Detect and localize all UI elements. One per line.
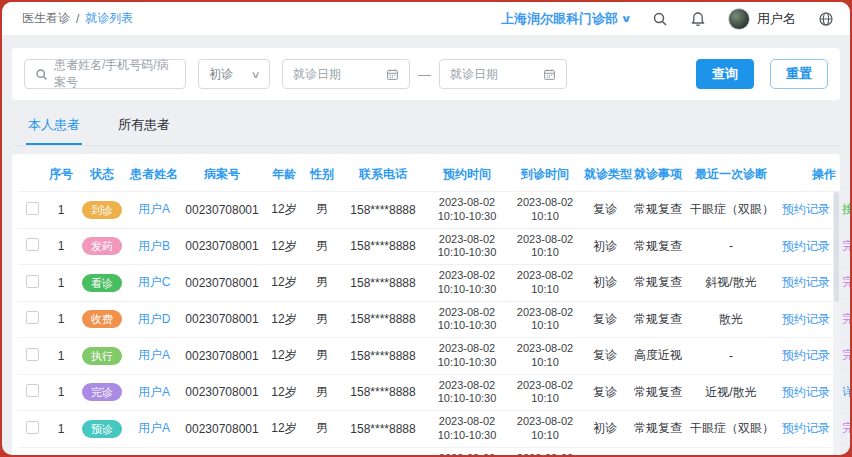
- appointment-record-link[interactable]: 预约记录: [782, 238, 830, 255]
- search-input[interactable]: 患者姓名/手机号码/病案号: [24, 59, 186, 89]
- cell-record-no: 00230708001: [180, 301, 264, 338]
- row-checkbox[interactable]: [26, 275, 39, 288]
- bell-icon[interactable]: [690, 11, 706, 27]
- clinic-selector[interactable]: 上海润尔眼科门诊部 ∨: [501, 10, 630, 28]
- cell-record-no: 00230708001: [180, 192, 264, 229]
- filter-buttons: 查询 重置: [696, 59, 828, 89]
- header-visit-type: 就诊类型: [582, 158, 628, 192]
- row-checkbox[interactable]: [26, 421, 39, 434]
- cell-visit-item: 常规复查: [628, 301, 688, 338]
- breadcrumb-current[interactable]: 就诊列表: [85, 10, 133, 27]
- table-row: 1 执行 用户A 00230708001 12岁 男 158****8888 2…: [18, 338, 850, 375]
- date-end-input[interactable]: 就诊日期: [439, 59, 567, 89]
- cell-seq: 1: [46, 338, 76, 375]
- cell-arrive-time: 2023-08-02 10:10: [508, 301, 582, 338]
- table-row: 1 预诊 用户A 00230708001 12岁 男 158****8888 2…: [18, 411, 850, 448]
- appointment-record-link[interactable]: 预约记录: [782, 274, 830, 291]
- appointment-record-link[interactable]: 预约记录: [782, 347, 830, 364]
- tab-my-patients[interactable]: 本人患者: [26, 104, 82, 145]
- cell-visit-type: 复诊: [582, 192, 628, 229]
- cell-visit-item: 常规复查: [628, 228, 688, 265]
- cell-record-no: 00230708001: [180, 447, 264, 455]
- header-patient-name: 患者姓名: [128, 158, 180, 192]
- search-button[interactable]: 查询: [696, 59, 754, 89]
- cell-arrive-time: 2023-08-02 10:10: [508, 228, 582, 265]
- cell-visit-type: 初诊: [582, 411, 628, 448]
- table-header-row: 序号 状态 患者姓名 病案号 年龄 性别 联系电话 预约时间 到诊时间 就诊类型…: [18, 158, 850, 192]
- patient-name-link[interactable]: 用户A: [138, 202, 170, 216]
- status-badge: 到诊: [82, 201, 122, 219]
- globe-icon[interactable]: [818, 11, 834, 27]
- scrollbar-thumb[interactable]: [834, 192, 839, 302]
- table-scrollbar[interactable]: [833, 190, 840, 455]
- tab-all-patients[interactable]: 所有患者: [116, 104, 172, 145]
- app-window: 医生看诊 / 就诊列表 上海润尔眼科门诊部 ∨ 用户名: [2, 2, 850, 455]
- row-checkbox[interactable]: [26, 348, 39, 361]
- patient-name-link[interactable]: 用户A: [138, 421, 170, 435]
- row-checkbox[interactable]: [26, 238, 39, 251]
- patient-name-link[interactable]: 用户A: [138, 385, 170, 399]
- cell-last-diagnosis: -: [688, 338, 774, 375]
- cell-visit-item: 高度近视: [628, 338, 688, 375]
- patient-name-link[interactable]: 用户B: [138, 239, 170, 253]
- visit-table: 序号 状态 患者姓名 病案号 年龄 性别 联系电话 预约时间 到诊时间 就诊类型…: [18, 158, 850, 455]
- status-badge: 发药: [82, 237, 122, 255]
- cell-appt-time: 2023-08-02 10:10-10:30: [426, 338, 508, 375]
- appointment-record-link[interactable]: 预约记录: [782, 420, 830, 437]
- cell-seq: 1: [46, 192, 76, 229]
- cell-appt-time: 2023-08-02 10:10-10:30: [426, 411, 508, 448]
- cell-last-diagnosis: 干眼症（双眼）: [688, 192, 774, 229]
- cell-last-diagnosis: 斜视/散光: [688, 265, 774, 302]
- cell-phone: 158****8888: [340, 338, 426, 375]
- chevron-down-icon: ∨: [250, 69, 260, 80]
- patient-name-link[interactable]: 用户A: [138, 348, 170, 362]
- topbar-actions: 上海润尔眼科门诊部 ∨ 用户名: [501, 8, 834, 30]
- cell-gender: 男: [304, 338, 340, 375]
- cell-phone: 158****8888: [340, 447, 426, 455]
- top-bar: 医生看诊 / 就诊列表 上海润尔眼科门诊部 ∨ 用户名: [2, 2, 850, 35]
- row-action-link[interactable]: 完诊: [842, 420, 850, 437]
- breadcrumb: 医生看诊 / 就诊列表: [22, 10, 133, 27]
- cell-visit-type: 复诊: [582, 374, 628, 411]
- cell-visit-type: 初诊: [582, 265, 628, 302]
- date-start-placeholder: 就诊日期: [293, 66, 341, 83]
- search-icon: [35, 68, 48, 81]
- appointment-record-link[interactable]: 预约记录: [782, 384, 830, 401]
- row-action-link[interactable]: 完诊: [842, 274, 850, 291]
- row-checkbox[interactable]: [26, 202, 39, 215]
- search-placeholder: 患者姓名/手机号码/病案号: [54, 57, 175, 91]
- reset-button[interactable]: 重置: [770, 59, 828, 89]
- patient-name-link[interactable]: 用户D: [138, 312, 171, 326]
- row-action-link[interactable]: 完诊: [842, 238, 850, 255]
- header-gender: 性别: [304, 158, 340, 192]
- row-action-link[interactable]: 接诊: [842, 201, 850, 218]
- row-checkbox[interactable]: [26, 311, 39, 324]
- cell-phone: 158****8888: [340, 192, 426, 229]
- date-start-input[interactable]: 就诊日期: [282, 59, 410, 89]
- appointment-record-link[interactable]: 预约记录: [782, 311, 830, 328]
- breadcrumb-section[interactable]: 医生看诊: [22, 10, 70, 27]
- row-checkbox[interactable]: [26, 384, 39, 397]
- patient-name-link[interactable]: 用户C: [138, 275, 171, 289]
- cell-visit-item: 常规复查: [628, 192, 688, 229]
- cell-visit-item: 常规复查: [628, 411, 688, 448]
- header-age: 年龄: [264, 158, 304, 192]
- cell-visit-type: 复诊: [582, 447, 628, 455]
- cell-appt-time: 2023-08-02 10:10-10:30: [426, 265, 508, 302]
- header-status: 状态: [76, 158, 128, 192]
- calendar-icon: [386, 68, 399, 81]
- row-action-link[interactable]: 完诊: [842, 311, 850, 328]
- search-icon[interactable]: [652, 11, 668, 27]
- row-action-link[interactable]: 详情: [842, 384, 850, 401]
- visit-type-select[interactable]: 初诊 ∨: [198, 59, 270, 89]
- chevron-down-icon: ∨: [620, 13, 631, 24]
- cell-age: 12岁: [264, 338, 304, 375]
- header-record-no: 病案号: [180, 158, 264, 192]
- user-block[interactable]: 用户名: [728, 8, 796, 30]
- cell-age: 12岁: [264, 265, 304, 302]
- cell-phone: 158****8888: [340, 228, 426, 265]
- header-checkbox-col: [18, 158, 46, 192]
- row-action-link[interactable]: 完诊: [842, 347, 850, 364]
- table-row: 1 发药 用户A 00230708001 12岁 男 158****8888 2…: [18, 447, 850, 455]
- appointment-record-link[interactable]: 预约记录: [782, 201, 830, 218]
